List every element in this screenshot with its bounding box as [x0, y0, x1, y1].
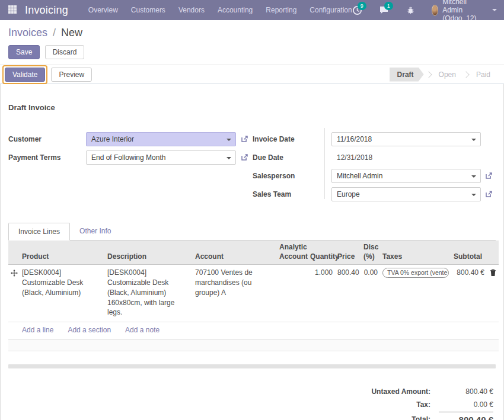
- chevron-down-icon: [471, 175, 476, 178]
- account-column-header[interactable]: Account: [193, 241, 277, 265]
- cell-quantity[interactable]: 1.000: [308, 265, 335, 322]
- tab-other-info[interactable]: Other Info: [70, 223, 120, 241]
- salesperson-value: Mitchell Admin: [337, 172, 382, 180]
- product-column-header[interactable]: Product: [20, 241, 105, 265]
- preview-button[interactable]: Preview: [51, 68, 92, 82]
- payment-terms-external-link-icon[interactable]: [236, 153, 253, 162]
- invoice-lines-table: Product Description Account Analytic Acc…: [8, 241, 499, 351]
- user-menu[interactable]: Mitchell Admin (Odoo_12): [432, 0, 497, 23]
- add-a-line-link[interactable]: Add a line: [22, 326, 53, 334]
- cell-subtotal: 800.40 €: [451, 265, 487, 322]
- horizontal-scrollbar[interactable]: [8, 364, 496, 368]
- cell-product[interactable]: [DESK0004] Customizable Desk (Black, Alu…: [20, 265, 105, 322]
- cell-account[interactable]: 707100 Ventes de marchandises (ou groupe…: [193, 265, 277, 322]
- menu-reporting[interactable]: Reporting: [266, 6, 296, 14]
- total-row: Total: 800.40 €: [371, 412, 493, 420]
- chevron-down-icon: [492, 9, 497, 11]
- salesperson-select[interactable]: Mitchell Admin: [331, 169, 481, 183]
- customer-label: Customer: [8, 135, 86, 143]
- field-group: Customer Azure Interior Invoice Date 11/…: [8, 130, 496, 203]
- menu-overview[interactable]: Overview: [88, 6, 118, 14]
- quantity-column-header[interactable]: Quantity: [308, 241, 335, 265]
- form-toolbar: Validate Preview Draft Open Paid: [0, 65, 504, 84]
- group-divider: [324, 128, 325, 199]
- customer-external-link-icon[interactable]: [236, 134, 253, 143]
- salesperson-external-link-icon[interactable]: [481, 171, 497, 180]
- control-panel-buttons: Save Discard: [8, 45, 496, 59]
- sheet-title: Draft Invoice: [8, 103, 496, 112]
- activities-clock-icon[interactable]: 9: [352, 5, 362, 15]
- activities-badge: 9: [358, 2, 366, 10]
- handle-column-header: [8, 241, 20, 265]
- stage-chevron-icon: [462, 71, 469, 78]
- tax-badge[interactable]: TVA 0% export (vente): [382, 268, 449, 278]
- price-column-header[interactable]: Price: [335, 241, 361, 265]
- add-a-note-link[interactable]: Add a note: [125, 326, 160, 334]
- stage-chevron-icon: [425, 71, 432, 78]
- sales-team-label: Sales Team: [253, 190, 331, 198]
- control-panel: Invoices / New Save Discard: [0, 20, 504, 65]
- menu-accounting[interactable]: Accounting: [218, 6, 253, 14]
- description-column-header[interactable]: Description: [105, 241, 193, 265]
- chevron-down-icon: [471, 194, 476, 196]
- total-label: Total:: [371, 412, 438, 420]
- breadcrumb: Invoices / New: [8, 27, 496, 39]
- statusbar: Draft Open Paid: [390, 68, 496, 82]
- menu-customers[interactable]: Customers: [131, 6, 165, 14]
- debug-bug-icon[interactable]: [406, 6, 415, 15]
- tab-invoice-lines[interactable]: Invoice Lines: [8, 223, 70, 241]
- cell-description[interactable]: [DESK0004] Customizable Desk (Black, Alu…: [105, 265, 193, 322]
- save-button[interactable]: Save: [8, 45, 40, 59]
- table-row[interactable]: [DESK0004] Customizable Desk (Black, Alu…: [8, 265, 499, 322]
- disc-column-header[interactable]: Disc (%): [361, 241, 380, 265]
- app-title[interactable]: Invoicing: [25, 4, 68, 17]
- apps-menu-icon[interactable]: [8, 5, 17, 15]
- user-avatar: [432, 5, 438, 16]
- stage-open[interactable]: Open: [433, 68, 461, 82]
- untaxed-amount-label: Untaxed Amount:: [371, 386, 438, 397]
- menu-vendors[interactable]: Vendors: [178, 6, 205, 14]
- invoice-date-value: 11/16/2018: [337, 135, 372, 143]
- salesperson-label: Salesperson: [253, 172, 331, 180]
- taxes-column-header[interactable]: Taxes: [380, 241, 451, 265]
- due-date-label: Due Date: [253, 153, 331, 162]
- notebook-tabs: Invoice Lines Other Info: [8, 222, 496, 241]
- customer-select[interactable]: Azure Interior: [86, 132, 236, 146]
- validate-annotation-highlight: Validate: [2, 65, 47, 84]
- payment-terms-value: End of Following Month: [91, 153, 165, 162]
- sales-team-external-link-icon[interactable]: [481, 190, 497, 198]
- table-header-row: Product Description Account Analytic Acc…: [8, 241, 499, 265]
- payment-terms-label: Payment Terms: [8, 153, 86, 162]
- breadcrumb-invoices-link[interactable]: Invoices: [8, 27, 47, 39]
- due-date-value: 12/31/2018: [331, 153, 481, 162]
- add-a-section-link[interactable]: Add a section: [68, 326, 111, 334]
- delete-line-trash-icon[interactable]: [487, 265, 499, 322]
- discard-button[interactable]: Discard: [45, 45, 85, 59]
- main-menu: Overview Customers Vendors Accounting Re…: [88, 6, 352, 14]
- analytic-account-column-header[interactable]: Analytic Account: [277, 241, 308, 265]
- tax-label: Tax:: [371, 399, 438, 411]
- cell-price[interactable]: 800.40: [335, 265, 361, 322]
- cell-taxes[interactable]: TVA 0% export (vente): [380, 265, 451, 322]
- tax-row: Tax: 0.00 €: [371, 399, 493, 411]
- subtotal-column-header[interactable]: Subtotal: [451, 241, 487, 265]
- cell-analytic-account[interactable]: [277, 265, 308, 322]
- validate-button[interactable]: Validate: [5, 68, 45, 82]
- total-value: 800.40 €: [439, 412, 493, 420]
- messages-chat-icon[interactable]: 1: [379, 5, 390, 15]
- stage-draft[interactable]: Draft: [390, 68, 424, 82]
- user-name: Mitchell Admin (Odoo_12): [442, 0, 488, 23]
- chevron-down-icon: [471, 139, 476, 141]
- sales-team-select[interactable]: Europe: [331, 187, 481, 201]
- menu-configuration[interactable]: Configuration: [310, 6, 352, 14]
- untaxed-amount-row: Untaxed Amount: 800.40 €: [371, 386, 493, 397]
- chevron-down-icon: [227, 157, 231, 159]
- drag-handle-icon[interactable]: [8, 265, 20, 322]
- add-row: Add a lineAdd a sectionAdd a note: [8, 322, 499, 340]
- invoice-date-input[interactable]: 11/16/2018: [331, 132, 481, 146]
- empty-stripe-row: [8, 339, 499, 351]
- cell-disc[interactable]: 0.00: [361, 265, 380, 322]
- stage-paid[interactable]: Paid: [471, 68, 496, 82]
- breadcrumb-separator: /: [53, 27, 56, 39]
- payment-terms-select[interactable]: End of Following Month: [86, 150, 236, 165]
